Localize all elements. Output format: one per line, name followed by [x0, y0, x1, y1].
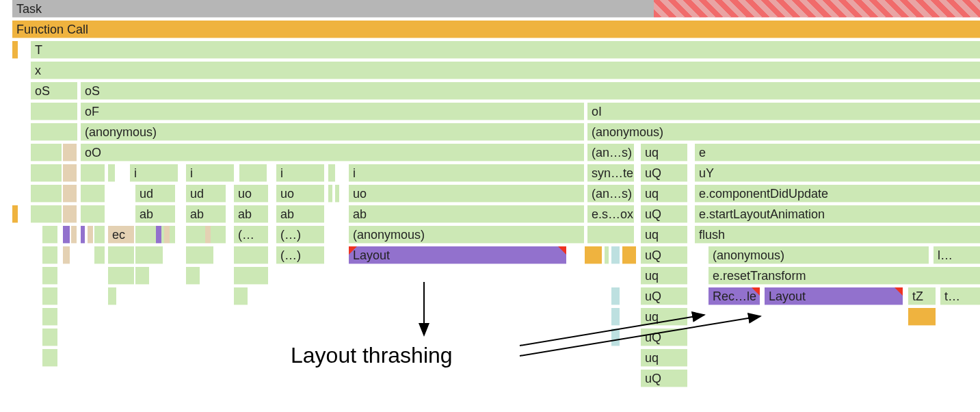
fn-ans-2[interactable]: (an…s) — [587, 185, 634, 203]
fn-blank-8[interactable] — [81, 185, 105, 203]
fn-blank-23[interactable] — [108, 267, 134, 285]
purple-sliver-2[interactable] — [81, 226, 85, 244]
orange-chip-3[interactable] — [908, 308, 936, 326]
fn-uQ-3[interactable]: uQ — [641, 246, 687, 264]
fn-blank-9[interactable] — [31, 205, 62, 223]
fn-e[interactable]: e — [695, 144, 980, 162]
fn-blank-10[interactable] — [81, 205, 105, 223]
fn-synte[interactable]: syn…te — [587, 164, 634, 182]
fn-uq-6[interactable]: uq — [641, 349, 687, 367]
fn-ud-2[interactable]: ud — [186, 185, 226, 203]
sliver-5[interactable] — [605, 246, 609, 264]
fn-ellipsis-3[interactable]: (…) — [276, 246, 324, 264]
fn-uq-3[interactable]: uq — [641, 226, 687, 244]
tan-4[interactable] — [63, 205, 77, 223]
recalc-style-bar[interactable]: Rec…le — [708, 287, 760, 305]
fn-uq-4[interactable]: uq — [641, 267, 687, 285]
fn-blank-17[interactable] — [94, 246, 105, 264]
fn-anon-1[interactable]: (anonymous) — [81, 123, 584, 141]
fn-componentDidUpdate[interactable]: e.componentDidUpdate — [695, 185, 980, 203]
fn-blank-1[interactable] — [31, 103, 77, 120]
fn-blank-30[interactable] — [42, 308, 57, 326]
fn-uo-3[interactable]: uo — [349, 185, 584, 203]
fn-ec[interactable]: ec — [108, 226, 134, 244]
purple-sliver-3[interactable] — [156, 226, 161, 244]
fn-uY[interactable]: uY — [695, 164, 980, 182]
fn-blank-26[interactable] — [234, 267, 268, 285]
fn-blank-28[interactable] — [108, 287, 116, 305]
orange-sliver-2[interactable] — [12, 205, 18, 223]
tan-5[interactable] — [71, 226, 77, 244]
fn-blank-32[interactable] — [42, 349, 57, 367]
fn-blank-16[interactable] — [42, 246, 57, 264]
fn-T[interactable]: T — [31, 41, 980, 59]
orange-sliver[interactable] — [12, 41, 18, 59]
fn-tZ[interactable]: tZ — [908, 287, 936, 305]
fn-i-2[interactable]: i — [186, 164, 234, 182]
tan-6[interactable] — [88, 226, 93, 244]
teal-3[interactable] — [611, 308, 620, 326]
fn-i-3[interactable]: i — [276, 164, 324, 182]
fn-blank-19[interactable] — [135, 246, 163, 264]
fn-uq-1[interactable]: uq — [641, 144, 687, 162]
fn-flush[interactable]: flush — [695, 226, 980, 244]
fn-uQ-6[interactable]: uQ — [641, 370, 687, 387]
fn-ans-1[interactable]: (an…s) — [587, 144, 634, 162]
fn-i-4[interactable]: i — [349, 164, 584, 182]
fn-ab-2[interactable]: ab — [186, 205, 226, 223]
fn-uQ-2[interactable]: uQ — [641, 205, 687, 223]
layout-bar-2[interactable]: Layout — [765, 287, 903, 305]
fn-blank-20[interactable] — [186, 246, 213, 264]
fn-ab-5[interactable]: ab — [349, 205, 584, 223]
fn-anon-2[interactable]: (anonymous) — [587, 123, 980, 141]
fn-x[interactable]: x — [31, 62, 980, 79]
tan-8[interactable] — [205, 226, 211, 244]
fn-uQ-5[interactable]: uQ — [641, 329, 687, 346]
layout-bar-1[interactable]: Layout — [349, 246, 566, 264]
fn-blank-24[interactable] — [135, 267, 149, 285]
teal-4[interactable] — [611, 329, 620, 346]
fn-resetTransform[interactable]: e.resetTransform — [708, 267, 980, 285]
teal-1[interactable] — [611, 246, 620, 264]
tan-2[interactable] — [63, 164, 77, 182]
function-call-bar[interactable]: Function Call — [12, 21, 980, 38]
fn-uq-5[interactable]: uq — [641, 308, 687, 326]
fn-blank-29[interactable] — [234, 287, 248, 305]
fn-uQ-1[interactable]: uQ — [641, 164, 687, 182]
fn-oO[interactable]: oO — [81, 144, 584, 162]
orange-chip-2[interactable] — [622, 246, 636, 264]
sliver-4[interactable] — [335, 185, 339, 203]
fn-uo-1[interactable]: uo — [234, 185, 268, 203]
fn-anon-3[interactable]: (anonymous) — [349, 226, 584, 244]
fn-blank-11[interactable] — [42, 226, 57, 244]
fn-blank-27[interactable] — [42, 287, 57, 305]
fn-i-1[interactable]: i — [130, 164, 178, 182]
tan-1[interactable] — [63, 144, 77, 162]
fn-blank-4[interactable] — [31, 164, 62, 182]
fn-l[interactable]: l… — [933, 246, 980, 264]
sliver-1[interactable] — [108, 164, 115, 182]
fn-blank-18[interactable] — [108, 246, 134, 264]
fn-blank-6[interactable] — [239, 164, 267, 182]
fn-oS-1[interactable]: oS — [31, 82, 77, 100]
fn-blank-25[interactable] — [186, 267, 200, 285]
fn-uQ-4[interactable]: uQ — [641, 287, 687, 305]
fn-ab-1[interactable]: ab — [135, 205, 175, 223]
fn-ab-3[interactable]: ab — [234, 205, 268, 223]
tan-9[interactable] — [63, 246, 70, 264]
fn-blank-22[interactable] — [42, 267, 57, 285]
task-overrun-stripes[interactable] — [654, 0, 980, 18]
sliver-2[interactable] — [328, 164, 335, 182]
fn-t[interactable]: t… — [940, 287, 980, 305]
fn-ellipsis-2[interactable]: (…) — [276, 226, 324, 244]
orange-chip-1[interactable] — [585, 246, 602, 264]
tan-3[interactable] — [63, 185, 77, 203]
fn-esox[interactable]: e.s…ox — [587, 205, 634, 223]
fn-blank-15[interactable] — [587, 226, 634, 244]
fn-ab-4[interactable]: ab — [276, 205, 324, 223]
purple-sliver-1[interactable] — [63, 226, 70, 244]
fn-blank-12[interactable] — [94, 226, 105, 244]
fn-anon-4[interactable]: (anonymous) — [708, 246, 929, 264]
fn-oF[interactable]: oF — [81, 103, 584, 120]
fn-blank-31[interactable] — [42, 329, 57, 346]
